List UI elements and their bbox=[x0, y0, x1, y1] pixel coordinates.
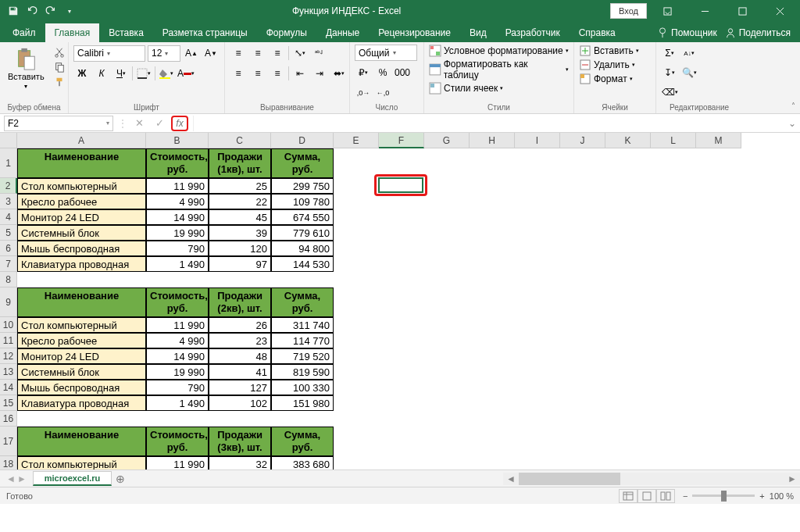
cell[interactable]: 114 770 bbox=[271, 333, 334, 348]
new-sheet-button[interactable]: ⊕ bbox=[112, 473, 129, 485]
wrap-text-icon[interactable]: ab bbox=[311, 45, 328, 62]
row-header-9[interactable]: 9 bbox=[0, 287, 17, 317]
cell[interactable]: 383 680 bbox=[271, 456, 334, 470]
cell[interactable]: 144 530 bbox=[271, 256, 334, 272]
cell[interactable]: Клавиатура проводная bbox=[17, 395, 146, 411]
cell[interactable]: Стоимость, руб. bbox=[146, 148, 209, 178]
minimize-button[interactable] bbox=[688, 0, 722, 22]
cell[interactable]: 11 990 bbox=[146, 317, 209, 333]
cell[interactable]: 22 bbox=[209, 194, 271, 209]
tab-developer[interactable]: Разработчик bbox=[496, 23, 570, 42]
cell[interactable]: Сумма, руб. bbox=[271, 427, 334, 456]
cell[interactable]: 41 bbox=[209, 364, 271, 380]
cell[interactable]: 790 bbox=[146, 380, 209, 395]
column-header-H[interactable]: H bbox=[470, 133, 515, 148]
row-header-15[interactable]: 15 bbox=[0, 395, 17, 411]
maximize-button[interactable] bbox=[725, 0, 759, 22]
cell[interactable]: Монитор 24 LED bbox=[17, 209, 146, 225]
cell[interactable]: Сумма, руб. bbox=[271, 287, 334, 317]
row-header-6[interactable]: 6 bbox=[0, 241, 17, 256]
row-header-8[interactable]: 8 bbox=[0, 272, 17, 287]
row-header-1[interactable]: 1 bbox=[0, 148, 17, 178]
cell[interactable]: 1 490 bbox=[146, 395, 209, 411]
fill-icon[interactable]: ↧▾ bbox=[661, 64, 678, 81]
redo-button[interactable] bbox=[42, 2, 59, 20]
cell[interactable]: 94 800 bbox=[271, 241, 334, 256]
view-page-break-icon[interactable] bbox=[656, 489, 675, 503]
cell[interactable]: 1 490 bbox=[146, 256, 209, 272]
row-header-7[interactable]: 7 bbox=[0, 256, 17, 272]
format-table-button[interactable]: Форматировать как таблицу▾ bbox=[429, 59, 569, 80]
name-box[interactable]: F2▾ bbox=[4, 116, 113, 131]
cell[interactable]: 23 bbox=[209, 333, 271, 348]
row-header-2[interactable]: 2 bbox=[0, 178, 17, 194]
comma-icon[interactable]: 000 bbox=[394, 64, 411, 81]
sort-filter-icon[interactable]: A↓▾ bbox=[680, 45, 698, 62]
tab-insert[interactable]: Вставка bbox=[99, 23, 153, 42]
orientation-icon[interactable]: ⤡▾ bbox=[291, 45, 309, 62]
column-header-J[interactable]: J bbox=[560, 133, 605, 148]
percent-icon[interactable]: % bbox=[374, 64, 391, 81]
cell[interactable]: Мышь беспроводная bbox=[17, 241, 146, 256]
tell-me-button[interactable]: Помощник bbox=[657, 27, 717, 38]
cell[interactable]: Сумма, руб. bbox=[271, 148, 334, 178]
save-button[interactable] bbox=[5, 2, 22, 20]
cell[interactable]: Клавиатура проводная bbox=[17, 256, 146, 272]
align-left-icon[interactable]: ≡ bbox=[230, 65, 247, 82]
cell[interactable]: 11 990 bbox=[146, 456, 209, 470]
conditional-format-button[interactable]: Условное форматирование▾ bbox=[429, 45, 569, 57]
column-header-I[interactable]: I bbox=[515, 133, 560, 148]
row-header-11[interactable]: 11 bbox=[0, 333, 17, 348]
column-header-D[interactable]: D bbox=[271, 133, 334, 148]
row-header-4[interactable]: 4 bbox=[0, 209, 17, 225]
align-bottom-icon[interactable]: ≡ bbox=[269, 45, 286, 62]
cell[interactable]: 299 750 bbox=[271, 178, 334, 194]
select-all-corner[interactable] bbox=[0, 133, 17, 148]
cell[interactable]: 4 990 bbox=[146, 194, 209, 209]
cell[interactable]: 26 bbox=[209, 317, 271, 333]
cell[interactable]: Стоимость, руб. bbox=[146, 287, 209, 317]
cell[interactable]: 311 740 bbox=[271, 317, 334, 333]
cell[interactable]: Системный блок bbox=[17, 364, 146, 380]
cell[interactable]: 97 bbox=[209, 256, 271, 272]
find-icon[interactable]: 🔍▾ bbox=[680, 64, 698, 81]
cell[interactable]: Наименование bbox=[17, 148, 146, 178]
cell-grid[interactable]: НаименованиеСтоимость, руб.Продажи (1кв)… bbox=[17, 148, 800, 470]
increase-decimal-icon[interactable]: ,0→ bbox=[355, 84, 372, 102]
number-format-combo[interactable]: Общий▾ bbox=[355, 45, 417, 61]
cell[interactable]: 48 bbox=[209, 348, 271, 364]
column-header-G[interactable]: G bbox=[424, 133, 470, 148]
tab-formulas[interactable]: Формулы bbox=[257, 23, 316, 42]
row-header-18[interactable]: 18 bbox=[0, 456, 17, 470]
cell[interactable]: 109 780 bbox=[271, 194, 334, 209]
collapse-ribbon-icon[interactable]: ˄ bbox=[791, 102, 795, 110]
horizontal-scrollbar[interactable]: ◄ ► bbox=[503, 473, 800, 485]
cell[interactable]: Продажи (2кв), шт. bbox=[209, 287, 271, 317]
expand-formula-bar-icon[interactable]: ⌄ bbox=[784, 118, 800, 129]
tab-file[interactable]: Файл bbox=[3, 23, 45, 42]
cell[interactable]: 819 590 bbox=[271, 364, 334, 380]
autosum-icon[interactable]: Σ▾ bbox=[661, 45, 678, 62]
column-header-M[interactable]: M bbox=[696, 133, 741, 148]
cell-styles-button[interactable]: Стили ячеек▾ bbox=[429, 82, 503, 95]
cell[interactable]: Кресло рабочее bbox=[17, 194, 146, 209]
decrease-font-icon[interactable]: A▼ bbox=[202, 45, 220, 62]
tab-data[interactable]: Данные bbox=[316, 23, 369, 42]
column-header-A[interactable]: A bbox=[17, 133, 146, 148]
format-painter-button[interactable] bbox=[52, 76, 66, 88]
align-right-icon[interactable]: ≡ bbox=[269, 65, 286, 82]
cell[interactable]: Продажи (3кв), шт. bbox=[209, 427, 271, 456]
increase-indent-icon[interactable]: ⇥ bbox=[311, 65, 328, 82]
insert-cells-button[interactable]: Вставить▾ bbox=[579, 45, 639, 57]
bold-button[interactable]: Ж bbox=[73, 65, 91, 82]
column-header-B[interactable]: B bbox=[146, 133, 209, 148]
align-middle-icon[interactable]: ≡ bbox=[249, 45, 266, 62]
cell[interactable]: 100 330 bbox=[271, 380, 334, 395]
column-header-E[interactable]: E bbox=[334, 133, 379, 148]
row-header-10[interactable]: 10 bbox=[0, 317, 17, 333]
qat-customize-icon[interactable]: ▾ bbox=[61, 2, 78, 20]
cell[interactable]: 32 bbox=[209, 456, 271, 470]
row-header-5[interactable]: 5 bbox=[0, 225, 17, 241]
cell[interactable]: 120 bbox=[209, 241, 271, 256]
cell[interactable]: Мышь беспроводная bbox=[17, 380, 146, 395]
